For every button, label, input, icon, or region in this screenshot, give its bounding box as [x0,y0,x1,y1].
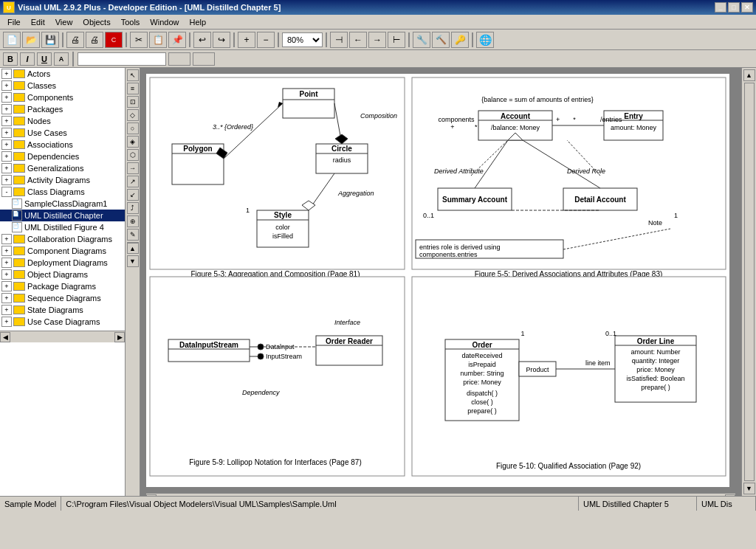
tool-14[interactable]: ▲ [127,242,139,254]
font-size-input2[interactable] [193,52,215,66]
new-btn[interactable]: 📄 [3,32,21,48]
rt-scroll-up[interactable]: ▲ [743,69,755,81]
menu-help[interactable]: Help [185,16,210,28]
sidebar-item-component[interactable]: + Component Diagrams [0,245,125,257]
sidebar-item-components[interactable]: + Components [0,92,125,103]
sidebar-item-state[interactable]: + State Diagrams [0,304,125,316]
maximize-btn[interactable]: □ [728,2,740,13]
tool-btn2[interactable]: 🔨 [432,32,450,48]
sidebar-item-classdiagrams[interactable]: - Class Diagrams [0,186,125,198]
expand-collaboration[interactable]: + [1,234,12,244]
font-family-input[interactable] [78,52,166,66]
sidebar-item-sequence[interactable]: + Sequence Diagrams [0,292,125,304]
expand-generalizations[interactable]: + [1,163,12,173]
tool-btn3[interactable]: 🔑 [451,32,469,48]
tool-13[interactable]: ✎ [127,229,139,241]
copy-btn[interactable]: 📋 [149,32,167,48]
tool-7[interactable]: ⬡ [127,149,139,161]
canvas-scroll-right[interactable]: ▶ [725,494,735,497]
menu-edit[interactable]: Edit [27,16,49,28]
sidebar-item-package[interactable]: + Package Diagrams [0,280,125,292]
expand-usecases[interactable]: + [1,128,12,138]
expand-deployment[interactable]: + [1,258,12,268]
tool-2[interactable]: ≡ [127,83,139,94]
expand-packages[interactable]: + [1,104,12,114]
undo-btn[interactable]: ↩ [193,32,211,48]
canvas-scrollbar-h[interactable]: ◀ ▶ [146,493,735,496]
sidebar-item-actors[interactable]: + Actors [0,68,125,80]
expand-associations[interactable]: + [1,139,12,150]
expand-package[interactable]: + [1,281,12,291]
print2-btn[interactable]: 🖨 [86,32,103,48]
scroll-right-btn[interactable]: ▶ [114,332,125,342]
rt-scroll-down[interactable]: ▼ [743,483,755,494]
canvas-area[interactable]: Point Polygon Circle radius Style color … [140,68,741,496]
zoom-select[interactable]: 80% 100% 50% [282,32,323,47]
save-btn[interactable]: 💾 [41,32,59,48]
tool-5[interactable]: ○ [127,122,139,134]
sidebar-scrollbar-h[interactable]: ◀ ▶ [0,331,125,342]
expand-classdiagrams[interactable]: - [1,187,12,197]
redo-btn[interactable]: ↪ [213,32,230,48]
tool-4[interactable]: ◇ [127,109,139,121]
titlebar-controls[interactable]: _ □ ✕ [715,2,753,13]
tool-6[interactable]: ◈ [127,136,139,148]
tool-3[interactable]: ⊡ [127,96,139,108]
tool-btn1[interactable]: 🔧 [413,32,430,48]
sidebar-item-nodes[interactable]: + Nodes [0,115,125,127]
menu-file[interactable]: File [3,16,25,28]
sidebar-item-object[interactable]: + Object Diagrams [0,269,125,280]
font-size-input1[interactable] [168,52,190,66]
font-color-btn[interactable]: A [54,52,69,66]
open-btn[interactable]: 📂 [22,32,40,48]
menu-view[interactable]: View [51,16,78,28]
tool-8[interactable]: → [127,162,139,174]
paste-btn[interactable]: 📌 [168,32,186,48]
canvas-scroll-left[interactable]: ◀ [146,494,157,497]
menu-tools[interactable]: Tools [117,16,145,28]
underline-btn[interactable]: U [37,52,52,66]
sidebar-item-collaboration[interactable]: + Collaboration Diagrams [0,233,125,245]
sidebar-item-classes[interactable]: + Classes [0,80,125,92]
sidebar-item-activity[interactable]: + Activity Diagrams [0,174,125,186]
sidebar-item-dependencies[interactable]: + Dependencies [0,151,125,162]
sidebar-item-umldistilled[interactable]: 📄 UML Distilled Chapter [0,210,125,221]
expand-activity[interactable]: + [1,175,12,185]
expand-actors[interactable]: + [1,69,12,79]
menu-window[interactable]: Window [145,16,183,28]
expand-dependencies[interactable]: + [1,151,12,162]
nav-btn3[interactable]: → [368,32,386,48]
sidebar-item-generalizations[interactable]: + Generalizations [0,162,125,174]
sidebar-item-associations[interactable]: + Associations [0,139,125,151]
sidebar-item-sample1[interactable]: 📄 SampleClassDiagram1 [0,198,125,210]
nav-btn4[interactable]: ⊢ [388,32,405,48]
cut-btn[interactable]: ✂ [130,32,148,48]
expand-classes[interactable]: + [1,80,12,91]
print-btn[interactable]: 🖨 [66,32,84,48]
nav-btn1[interactable]: ⊣ [330,32,348,48]
bold-btn[interactable]: B [3,52,18,66]
globe-btn[interactable]: 🌐 [476,32,494,48]
menu-objects[interactable]: Objects [78,16,114,28]
sidebar-item-umlfig4[interactable]: 📄 UML Distilled Figure 4 [0,221,125,233]
nav-btn2[interactable]: ← [349,32,367,48]
expand-sequence[interactable]: + [1,293,12,303]
close-btn[interactable]: ✕ [741,2,753,13]
scroll-left-btn[interactable]: ◀ [0,332,10,342]
expand-components[interactable]: + [1,92,12,103]
select-tool[interactable]: ↖ [127,69,139,81]
sidebar-item-packages[interactable]: + Packages [0,103,125,115]
plus-btn[interactable]: + [238,32,255,48]
expand-nodes[interactable]: + [1,116,12,126]
tool-15[interactable]: ▼ [127,255,139,267]
color-btn[interactable]: C [105,32,123,48]
expand-state[interactable]: + [1,305,12,315]
expand-object[interactable]: + [1,269,12,280]
minimize-btn[interactable]: _ [715,2,726,13]
tool-9[interactable]: ↗ [127,176,139,187]
tool-11[interactable]: ⤴ [127,202,139,214]
sidebar-item-deployment[interactable]: + Deployment Diagrams [0,257,125,269]
minus-btn[interactable]: − [257,32,275,48]
tool-10[interactable]: ↙ [127,189,139,201]
expand-component[interactable]: + [1,246,12,256]
